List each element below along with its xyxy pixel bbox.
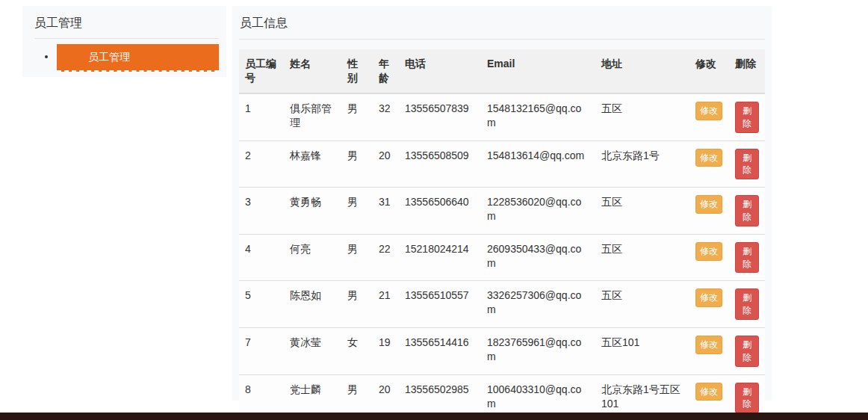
cell-age: 32 <box>373 93 399 140</box>
cell-address: 五区 <box>595 93 689 140</box>
cell-gender: 男 <box>341 234 373 281</box>
row-modify-button-cell: 修改 <box>689 140 729 188</box>
row-modify-button[interactable]: 修改 <box>695 383 722 401</box>
cell-address: 五区101 <box>595 327 689 374</box>
table-row: 1俱乐部管理男32135565078391548132165@qq.com五区修… <box>239 93 765 140</box>
row-modify-button-cell: 修改 <box>689 188 729 235</box>
cell-id: 5 <box>239 281 284 328</box>
sidebar-divider <box>34 38 219 39</box>
header-address: 地址 <box>595 49 689 93</box>
cell-email: 154813614@qq.com <box>481 140 595 188</box>
row-modify-button[interactable]: 修改 <box>695 195 722 214</box>
row-delete-button-cell: 删除 <box>729 93 765 140</box>
header-delete: 删除 <box>729 49 765 93</box>
row-modify-button[interactable]: 修改 <box>695 242 722 261</box>
main-panel: 员工信息 员工编号 姓名 性别 年龄 电话 Email 地址 修改 删除 1俱乐… <box>232 6 772 401</box>
header-gender: 性别 <box>341 49 373 93</box>
cell-age: 20 <box>373 140 399 188</box>
cell-id: 3 <box>239 188 284 235</box>
row-modify-button[interactable]: 修改 <box>695 288 722 307</box>
row-modify-button[interactable]: 修改 <box>695 102 722 120</box>
page-title: 员工信息 <box>232 6 772 39</box>
sidebar-menu: 员工管理 <box>22 44 226 72</box>
cell-email: 1228536020@qq.com <box>481 188 595 235</box>
footer-bar <box>0 413 868 420</box>
cell-phone: 13556514416 <box>399 327 481 374</box>
employee-table-body: 1俱乐部管理男32135565078391548132165@qq.com五区修… <box>239 93 765 420</box>
cell-id: 1 <box>239 93 284 140</box>
sidebar-title: 员工管理 <box>22 6 226 38</box>
header-email: Email <box>481 49 595 93</box>
table-row: 4何亮男22152180242142609350433@qq.com五区修改删除 <box>239 234 765 281</box>
cell-email: 1823765961@qq.com <box>481 327 595 374</box>
cell-address: 五区 <box>595 188 689 235</box>
row-delete-button[interactable]: 删除 <box>735 102 759 133</box>
header-age: 年龄 <box>373 49 399 93</box>
sidebar-item-employee-management[interactable]: 员工管理 <box>57 44 219 72</box>
header-modify: 修改 <box>689 49 729 93</box>
cell-phone: 13556510557 <box>399 281 481 328</box>
cell-id: 4 <box>239 234 284 281</box>
header-name: 姓名 <box>284 49 341 93</box>
cell-address: 北京东路1号 <box>595 140 689 188</box>
table-row: 2林嘉锋男2013556508509154813614@qq.com北京东路1号… <box>239 140 765 188</box>
bullet-icon <box>45 55 48 58</box>
cell-age: 22 <box>373 234 399 281</box>
cell-email: 1548132165@qq.com <box>481 93 595 140</box>
cell-email: 3326257306@qq.com <box>481 281 595 328</box>
cell-name: 何亮 <box>284 234 341 281</box>
row-modify-button[interactable]: 修改 <box>695 336 722 354</box>
cell-age: 19 <box>373 327 399 374</box>
sidebar-item-label: 员工管理 <box>88 51 130 63</box>
row-delete-button[interactable]: 删除 <box>735 336 759 367</box>
cell-gender: 男 <box>341 281 373 328</box>
cell-name: 陈恩如 <box>284 281 341 328</box>
cell-phone: 13556507839 <box>399 93 481 140</box>
header-employee-id: 员工编号 <box>239 49 284 93</box>
cell-gender: 女 <box>341 327 373 374</box>
row-delete-button[interactable]: 删除 <box>735 383 759 414</box>
row-modify-button[interactable]: 修改 <box>695 149 722 167</box>
cell-phone: 15218024214 <box>399 234 481 281</box>
cell-gender: 男 <box>341 188 373 235</box>
row-delete-button-cell: 删除 <box>729 188 765 235</box>
row-delete-button[interactable]: 删除 <box>735 288 759 320</box>
cell-name: 俱乐部管理 <box>284 93 341 140</box>
sidebar: 员工管理 员工管理 <box>22 6 226 77</box>
table-row: 7黄冰莹女19135565144161823765961@qq.com五区101… <box>239 327 765 374</box>
row-delete-button[interactable]: 删除 <box>735 195 759 226</box>
cell-email: 2609350433@qq.com <box>481 234 595 281</box>
row-delete-button-cell: 删除 <box>729 281 765 328</box>
table-row: 5陈恩如男21135565105573326257306@qq.com五区修改删… <box>239 281 765 328</box>
row-modify-button-cell: 修改 <box>689 93 729 140</box>
row-delete-button[interactable]: 删除 <box>735 242 759 274</box>
cell-phone: 13556506640 <box>399 188 481 235</box>
cell-name: 黄冰莹 <box>284 327 341 374</box>
cell-address: 五区 <box>595 234 689 281</box>
cell-name: 林嘉锋 <box>284 140 341 188</box>
cell-age: 21 <box>373 281 399 328</box>
cell-name: 黄勇畅 <box>284 188 341 235</box>
cell-address: 五区 <box>595 281 689 328</box>
row-modify-button-cell: 修改 <box>689 281 729 328</box>
cell-id: 7 <box>239 327 284 374</box>
row-delete-button-cell: 删除 <box>729 327 765 374</box>
row-delete-button-cell: 删除 <box>729 140 765 188</box>
table-row: 3黄勇畅男31135565066401228536020@qq.com五区修改删… <box>239 188 765 235</box>
row-delete-button-cell: 删除 <box>729 234 765 281</box>
row-modify-button-cell: 修改 <box>689 327 729 374</box>
table-header: 员工编号 姓名 性别 年龄 电话 Email 地址 修改 删除 <box>239 49 765 93</box>
cell-id: 2 <box>239 140 284 188</box>
cell-gender: 男 <box>341 93 373 140</box>
cell-phone: 13556508509 <box>399 140 481 188</box>
main-divider <box>239 39 765 40</box>
employee-table: 员工编号 姓名 性别 年龄 电话 Email 地址 修改 删除 1俱乐部管理男3… <box>239 49 765 420</box>
cell-gender: 男 <box>341 140 373 188</box>
row-delete-button[interactable]: 删除 <box>735 149 759 180</box>
header-phone: 电话 <box>399 49 481 93</box>
row-modify-button-cell: 修改 <box>689 234 729 281</box>
cell-age: 31 <box>373 188 399 235</box>
